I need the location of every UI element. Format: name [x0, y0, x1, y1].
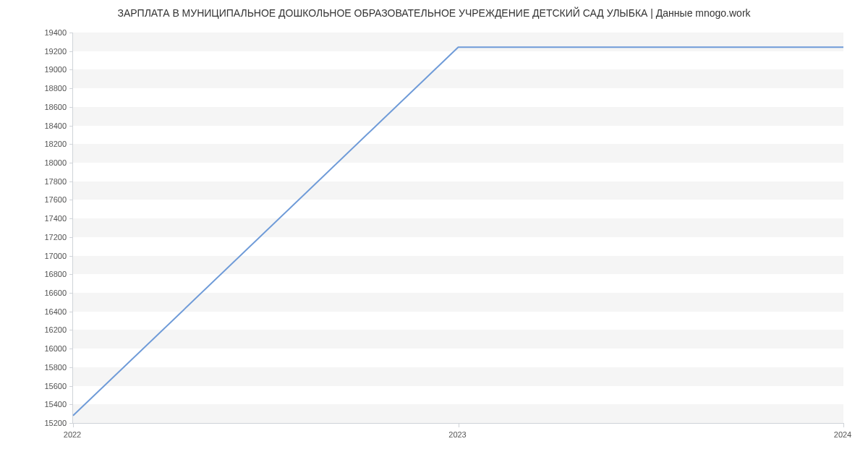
y-tick-mark [69, 349, 73, 349]
x-tick-mark [843, 423, 844, 427]
y-tick-mark [69, 237, 73, 238]
x-tick-mark [459, 423, 459, 427]
y-tick-label: 16400 [30, 307, 67, 316]
y-tick-label: 17200 [30, 233, 67, 242]
y-tick-mark [69, 88, 73, 89]
y-tick-mark [69, 33, 73, 33]
x-tick-mark [73, 423, 74, 427]
y-tick-label: 16600 [30, 289, 67, 297]
y-tick-label: 15800 [30, 363, 67, 372]
y-tick-label: 18800 [30, 84, 67, 93]
y-tick-label: 18400 [30, 121, 67, 130]
y-tick-mark [69, 163, 73, 163]
x-tick-label: 2022 [64, 430, 81, 439]
y-tick-label: 17800 [30, 177, 67, 186]
y-tick-mark [69, 107, 73, 108]
y-tick-mark [69, 144, 73, 145]
y-tick-label: 16000 [30, 344, 67, 353]
y-tick-label: 17400 [30, 214, 67, 223]
y-tick-mark [69, 386, 73, 387]
x-tick-label: 2023 [448, 430, 466, 439]
y-tick-label: 18000 [30, 158, 67, 167]
y-tick-label: 16800 [30, 270, 67, 278]
y-tick-label: 19000 [30, 65, 67, 74]
x-tick-label: 2024 [834, 430, 851, 439]
chart-title: ЗАРПЛАТА В МУНИЦИПАЛЬНОЕ ДОШКОЛЬНОЕ ОБРА… [0, 7, 868, 19]
data-line [73, 33, 843, 423]
y-tick-mark [69, 330, 73, 330]
y-tick-mark [69, 312, 73, 312]
y-tick-label: 19200 [30, 47, 67, 56]
y-tick-label: 15600 [30, 382, 67, 390]
y-tick-mark [69, 293, 73, 294]
y-tick-label: 15400 [30, 400, 67, 409]
y-tick-label: 15200 [30, 419, 67, 427]
y-tick-label: 17600 [30, 195, 67, 204]
y-tick-mark [69, 200, 73, 200]
y-tick-label: 17000 [30, 252, 67, 260]
y-tick-label: 19400 [30, 28, 67, 37]
y-tick-mark [69, 51, 73, 52]
y-tick-label: 16200 [30, 325, 67, 334]
y-tick-mark [69, 181, 73, 182]
y-tick-mark [69, 404, 73, 405]
plot-area [72, 33, 843, 424]
y-tick-label: 18200 [30, 140, 67, 148]
y-tick-label: 18600 [30, 103, 67, 111]
y-tick-mark [69, 274, 73, 275]
y-tick-mark [69, 367, 73, 368]
y-tick-mark [69, 69, 73, 70]
y-tick-mark [69, 126, 73, 127]
chart-container: ЗАРПЛАТА В МУНИЦИПАЛЬНОЕ ДОШКОЛЬНОЕ ОБРА… [0, 0, 868, 470]
y-tick-mark [69, 256, 73, 257]
series-line [73, 47, 843, 416]
y-tick-mark [69, 218, 73, 219]
